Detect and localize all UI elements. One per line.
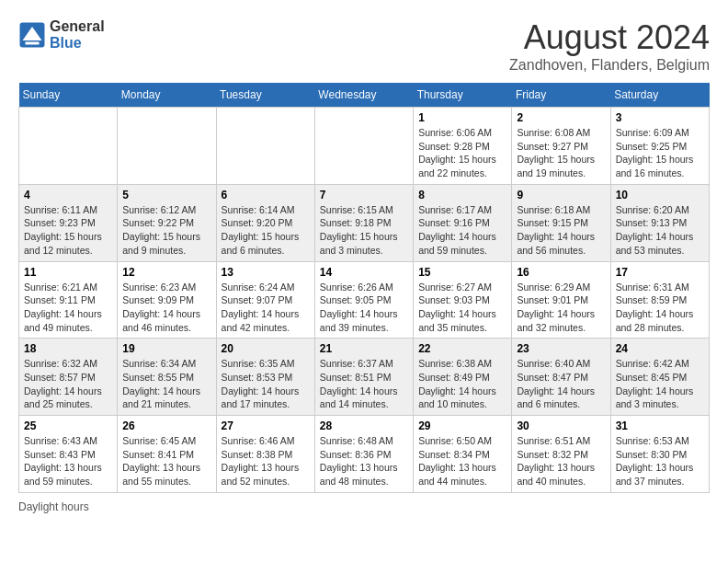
calendar-cell xyxy=(216,108,314,185)
day-info: Sunrise: 6:26 AMSunset: 9:05 PMDaylight:… xyxy=(320,281,408,335)
day-info: Sunrise: 6:08 AMSunset: 9:27 PMDaylight:… xyxy=(517,126,605,180)
day-info: Sunrise: 6:37 AMSunset: 8:51 PMDaylight:… xyxy=(320,357,408,411)
calendar-cell: 14Sunrise: 6:26 AMSunset: 9:05 PMDayligh… xyxy=(314,261,413,339)
weekday-header-thursday: Thursday xyxy=(414,83,512,108)
day-number: 7 xyxy=(320,189,408,201)
page-header: General Blue August 2024 Zandhoven, Flan… xyxy=(18,18,710,74)
day-info: Sunrise: 6:46 AMSunset: 8:38 PMDaylight:… xyxy=(222,434,310,488)
day-info: Sunrise: 6:29 AMSunset: 9:01 PMDaylight:… xyxy=(517,281,605,335)
calendar-cell: 13Sunrise: 6:24 AMSunset: 9:07 PMDayligh… xyxy=(216,261,314,339)
day-info: Sunrise: 6:21 AMSunset: 9:11 PMDaylight:… xyxy=(24,281,112,335)
calendar-cell: 23Sunrise: 6:40 AMSunset: 8:47 PMDayligh… xyxy=(512,339,610,416)
logo-blue-text: Blue xyxy=(50,35,105,52)
calendar-cell: 30Sunrise: 6:51 AMSunset: 8:32 PMDayligh… xyxy=(512,416,610,493)
calendar-cell: 17Sunrise: 6:31 AMSunset: 8:59 PMDayligh… xyxy=(610,261,709,339)
day-number: 17 xyxy=(616,266,704,279)
day-number: 28 xyxy=(320,419,408,432)
day-number: 10 xyxy=(616,189,704,201)
day-number: 30 xyxy=(517,419,605,432)
calendar-cell: 18Sunrise: 6:32 AMSunset: 8:57 PMDayligh… xyxy=(19,339,118,416)
calendar-cell: 6Sunrise: 6:14 AMSunset: 9:20 PMDaylight… xyxy=(216,184,314,261)
day-info: Sunrise: 6:34 AMSunset: 8:55 PMDaylight:… xyxy=(122,357,210,411)
day-number: 11 xyxy=(24,266,112,279)
calendar-cell: 20Sunrise: 6:35 AMSunset: 8:53 PMDayligh… xyxy=(216,339,314,416)
day-info: Sunrise: 6:24 AMSunset: 9:07 PMDaylight:… xyxy=(222,281,310,335)
logo: General Blue xyxy=(18,18,105,51)
calendar-cell: 27Sunrise: 6:46 AMSunset: 8:38 PMDayligh… xyxy=(216,416,314,493)
calendar-cell: 16Sunrise: 6:29 AMSunset: 9:01 PMDayligh… xyxy=(512,261,610,339)
day-number: 31 xyxy=(616,419,704,432)
day-info: Sunrise: 6:48 AMSunset: 8:36 PMDaylight:… xyxy=(320,434,408,488)
calendar-cell: 9Sunrise: 6:18 AMSunset: 9:15 PMDaylight… xyxy=(512,184,610,261)
calendar-cell: 3Sunrise: 6:09 AMSunset: 9:25 PMDaylight… xyxy=(610,108,709,185)
day-info: Sunrise: 6:15 AMSunset: 9:18 PMDaylight:… xyxy=(320,203,408,258)
day-number: 5 xyxy=(122,189,210,201)
logo-text: General Blue xyxy=(50,18,105,51)
day-number: 18 xyxy=(24,342,112,355)
day-info: Sunrise: 6:45 AMSunset: 8:41 PMDaylight:… xyxy=(122,434,210,488)
day-number: 12 xyxy=(122,266,210,279)
footer-note: Daylight hours xyxy=(18,500,710,513)
day-info: Sunrise: 6:20 AMSunset: 9:13 PMDaylight:… xyxy=(616,203,704,258)
day-info: Sunrise: 6:11 AMSunset: 9:23 PMDaylight:… xyxy=(24,203,112,258)
calendar-cell: 10Sunrise: 6:20 AMSunset: 9:13 PMDayligh… xyxy=(610,184,709,261)
calendar-cell: 7Sunrise: 6:15 AMSunset: 9:18 PMDaylight… xyxy=(314,184,413,261)
day-info: Sunrise: 6:38 AMSunset: 8:49 PMDaylight:… xyxy=(418,357,506,411)
location-subtitle: Zandhoven, Flanders, Belgium xyxy=(509,57,710,74)
calendar-table: SundayMondayTuesdayWednesdayThursdayFrid… xyxy=(18,83,710,493)
day-info: Sunrise: 6:43 AMSunset: 8:43 PMDaylight:… xyxy=(24,434,112,488)
day-info: Sunrise: 6:42 AMSunset: 8:45 PMDaylight:… xyxy=(616,357,704,411)
calendar-cell: 28Sunrise: 6:48 AMSunset: 8:36 PMDayligh… xyxy=(314,416,413,493)
weekday-header-wednesday: Wednesday xyxy=(314,83,413,108)
day-info: Sunrise: 6:17 AMSunset: 9:16 PMDaylight:… xyxy=(418,203,506,258)
day-number: 27 xyxy=(222,419,310,432)
calendar-cell: 25Sunrise: 6:43 AMSunset: 8:43 PMDayligh… xyxy=(19,416,118,493)
calendar-cell: 22Sunrise: 6:38 AMSunset: 8:49 PMDayligh… xyxy=(414,339,512,416)
calendar-cell: 5Sunrise: 6:12 AMSunset: 9:22 PMDaylight… xyxy=(118,184,216,261)
month-year-title: August 2024 xyxy=(509,18,710,57)
day-info: Sunrise: 6:31 AMSunset: 8:59 PMDaylight:… xyxy=(616,281,704,335)
day-number: 29 xyxy=(418,419,506,432)
day-number: 21 xyxy=(320,342,408,355)
day-info: Sunrise: 6:12 AMSunset: 9:22 PMDaylight:… xyxy=(122,203,210,258)
day-number: 4 xyxy=(24,189,112,201)
day-number: 6 xyxy=(222,189,310,201)
day-number: 1 xyxy=(418,111,506,124)
day-number: 2 xyxy=(517,111,605,124)
day-number: 14 xyxy=(320,266,408,279)
day-info: Sunrise: 6:18 AMSunset: 9:15 PMDaylight:… xyxy=(517,203,605,258)
day-number: 20 xyxy=(222,342,310,355)
day-info: Sunrise: 6:32 AMSunset: 8:57 PMDaylight:… xyxy=(24,357,112,411)
day-number: 25 xyxy=(24,419,112,432)
logo-general-text: General xyxy=(50,18,105,35)
calendar-week-5: 25Sunrise: 6:43 AMSunset: 8:43 PMDayligh… xyxy=(19,416,710,493)
calendar-cell: 1Sunrise: 6:06 AMSunset: 9:28 PMDaylight… xyxy=(414,108,512,185)
day-info: Sunrise: 6:40 AMSunset: 8:47 PMDaylight:… xyxy=(517,357,605,411)
calendar-cell: 12Sunrise: 6:23 AMSunset: 9:09 PMDayligh… xyxy=(118,261,216,339)
day-number: 26 xyxy=(122,419,210,432)
day-number: 9 xyxy=(517,189,605,201)
calendar-cell: 2Sunrise: 6:08 AMSunset: 9:27 PMDaylight… xyxy=(512,108,610,185)
calendar-cell xyxy=(19,108,118,185)
calendar-cell xyxy=(314,108,413,185)
day-info: Sunrise: 6:09 AMSunset: 9:25 PMDaylight:… xyxy=(616,126,704,180)
day-number: 23 xyxy=(517,342,605,355)
calendar-cell: 24Sunrise: 6:42 AMSunset: 8:45 PMDayligh… xyxy=(610,339,709,416)
calendar-week-2: 4Sunrise: 6:11 AMSunset: 9:23 PMDaylight… xyxy=(19,184,710,261)
day-info: Sunrise: 6:06 AMSunset: 9:28 PMDaylight:… xyxy=(418,126,506,180)
calendar-cell: 8Sunrise: 6:17 AMSunset: 9:16 PMDaylight… xyxy=(414,184,512,261)
weekday-header-row: SundayMondayTuesdayWednesdayThursdayFrid… xyxy=(19,83,710,108)
calendar-cell xyxy=(118,108,216,185)
day-info: Sunrise: 6:53 AMSunset: 8:30 PMDaylight:… xyxy=(616,434,704,488)
day-info: Sunrise: 6:35 AMSunset: 8:53 PMDaylight:… xyxy=(222,357,310,411)
day-number: 19 xyxy=(122,342,210,355)
svg-rect-2 xyxy=(26,41,40,44)
calendar-cell: 4Sunrise: 6:11 AMSunset: 9:23 PMDaylight… xyxy=(19,184,118,261)
weekday-header-sunday: Sunday xyxy=(19,83,118,108)
calendar-week-3: 11Sunrise: 6:21 AMSunset: 9:11 PMDayligh… xyxy=(19,261,710,339)
calendar-cell: 29Sunrise: 6:50 AMSunset: 8:34 PMDayligh… xyxy=(414,416,512,493)
day-info: Sunrise: 6:27 AMSunset: 9:03 PMDaylight:… xyxy=(418,281,506,335)
day-info: Sunrise: 6:23 AMSunset: 9:09 PMDaylight:… xyxy=(122,281,210,335)
day-info: Sunrise: 6:51 AMSunset: 8:32 PMDaylight:… xyxy=(517,434,605,488)
calendar-cell: 11Sunrise: 6:21 AMSunset: 9:11 PMDayligh… xyxy=(19,261,118,339)
